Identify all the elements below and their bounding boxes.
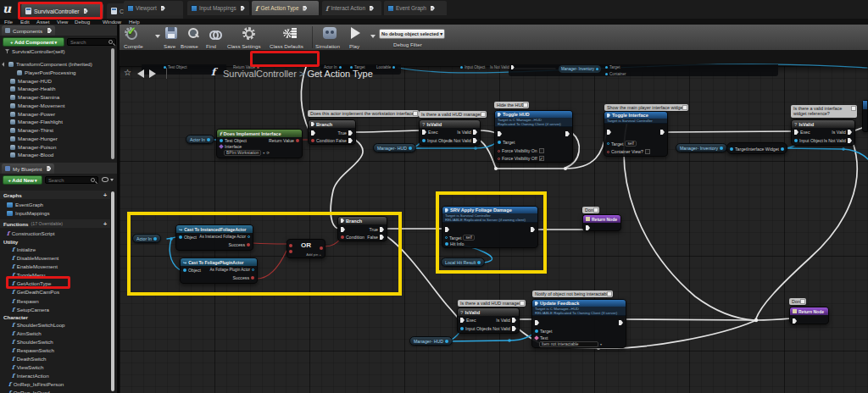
tab-viewport[interactable]: Viewport× — [124, 1, 183, 15]
blueprint-row-fn[interactable]: fRespawn — [12, 297, 39, 305]
compile-button[interactable]: ✓ — [124, 26, 138, 40]
blueprint-row-fn[interactable]: fShoulderSwitch — [12, 338, 53, 346]
blueprint-row-fn[interactable]: fOnRep_IsQuad — [8, 389, 50, 393]
graph-icon — [7, 211, 13, 216]
node-isvalid[interactable]: ?IsValid Exec Is Valid Input Object Is N… — [419, 119, 481, 146]
debug-object-select[interactable]: No debug object selected ▾ — [379, 29, 445, 39]
node-toggle-interface[interactable]: Toggle Interface Target is Survival Cont… — [604, 111, 668, 157]
component-row[interactable]: Manager-HUD — [10, 77, 52, 85]
blueprint-row-fn[interactable]: fOnRep_IsFirstPerson — [8, 380, 64, 388]
breadcrumb[interactable]: SurvivalController > Get Action Type — [223, 69, 373, 79]
component-row[interactable]: Manager-Flashlight — [10, 118, 63, 125]
node-return[interactable]: Return Node — [789, 307, 829, 324]
node-toggle-hud[interactable]: Toggle HUD Target is C Manager--HUD Repl… — [494, 110, 573, 163]
component-row[interactable]: Manager-Thirst — [10, 126, 53, 134]
function-icon: f — [8, 381, 11, 388]
tab-interact-action[interactable]: fInteract Action× — [322, 1, 381, 15]
character-category[interactable]: Character — [3, 313, 28, 321]
graphs-section[interactable]: Graphs+ — [0, 191, 110, 199]
back-arrow-icon[interactable] — [137, 69, 144, 78]
blueprint-row-inputmappings[interactable]: InputMappings — [7, 209, 50, 217]
tab-event-graph[interactable]: Event Graph× — [384, 1, 447, 15]
close-icon[interactable]: × — [47, 166, 51, 171]
component-row[interactable]: SurvivalController(self) — [5, 47, 65, 55]
blueprint-row-fn[interactable]: fRespawnSwitch — [12, 346, 54, 354]
blueprint-row-fn[interactable]: fShoulderSwitchLoop — [12, 321, 65, 329]
blueprint-row-fn[interactable]: fInteractAction — [12, 372, 49, 379]
myblueprint-panel-tab[interactable]: My Blueprint × — [2, 163, 54, 174]
simulation-button[interactable] — [323, 27, 337, 39]
filter-eye-icon[interactable] — [102, 177, 108, 182]
component-row[interactable]: Manager-Blood — [10, 151, 53, 158]
tab-input-mappings[interactable]: Input Mappings× — [187, 1, 249, 15]
node-isvalid[interactable]: ?IsValid Exec Is Valid Input Object Is N… — [791, 119, 855, 146]
component-icon — [10, 86, 15, 91]
browse-button[interactable] — [187, 27, 199, 39]
class-settings-button[interactable] — [242, 27, 255, 40]
component-row[interactable]: Manager-Power — [10, 110, 55, 118]
myblueprint-search-input[interactable]: Search — [45, 176, 98, 184]
comment-bubble: Done. — [789, 298, 806, 305]
function-icon: f — [12, 322, 14, 329]
blueprint-row-fn[interactable]: fEnableMovement — [12, 263, 58, 270]
add-graph-button[interactable]: + — [103, 192, 107, 198]
menu-asset[interactable]: Asset — [36, 19, 49, 25]
blueprint-row-fn[interactable]: fDeathSwitch — [12, 355, 47, 363]
component-row[interactable]: Manager-Hunger — [10, 135, 58, 142]
components-scrollbar[interactable] — [111, 48, 114, 159]
component-row[interactable]: Manager-Poison — [10, 143, 56, 151]
blueprint-row-eventgraph[interactable]: EventGraph — [7, 201, 43, 208]
blueprint-row-fn[interactable]: fAimSwitch — [12, 329, 42, 337]
annotation-yellow-box-srv — [436, 191, 547, 274]
blueprint-row-fn[interactable]: fGetDeathCamPos — [12, 288, 59, 296]
node-isvalid[interactable]: ?IsValid Exec Is Valid Input Object Is N… — [457, 307, 520, 334]
chevron-down-icon[interactable] — [110, 179, 114, 181]
components-search-input[interactable]: Search — [67, 38, 116, 46]
play-button[interactable] — [351, 27, 360, 39]
menu-help[interactable]: Help — [129, 19, 140, 25]
myblueprint-scrollbar[interactable] — [111, 191, 114, 391]
expander-icon[interactable] — [2, 62, 7, 67]
utility-category[interactable]: Utility — [3, 238, 18, 246]
node-update-feedback[interactable]: Update Feedback Target is C Manager--HUD… — [531, 299, 626, 348]
functions-section[interactable]: Functions(17 Overridable)+ — [0, 219, 110, 228]
play-options-caret[interactable] — [370, 35, 376, 38]
component-row[interactable]: TransformComponent (Inherited) — [3, 60, 92, 68]
blueprint-row-fn[interactable]: fViewSwitch — [12, 363, 43, 371]
blueprint-row-fn[interactable]: fInitialize — [12, 246, 36, 253]
compile-options-caret[interactable] — [155, 35, 160, 38]
add-component-button[interactable]: + Add Component▾ — [3, 37, 64, 47]
annotation-yellow-box-casts — [127, 212, 402, 296]
pill-manager-hud[interactable]: Manager- HUD — [373, 143, 416, 152]
component-row[interactable]: Manager-Health — [10, 85, 55, 92]
node-return[interactable]: Return Node — [582, 214, 621, 231]
component-row[interactable]: PlayerPostProcessing — [17, 69, 76, 76]
node-does-implement-interface[interactable]: fDoes Implement Interface Test Object Re… — [216, 129, 303, 158]
node-get-interface-widget[interactable]: Target Interface Widget — [726, 142, 787, 154]
tab-get-action-type[interactable]: fGet Action Type× — [252, 1, 319, 15]
save-button[interactable] — [165, 27, 177, 39]
pill-manager-hud[interactable]: Manager- HUD — [409, 336, 453, 346]
forward-arrow-icon[interactable] — [149, 69, 156, 78]
menu-view[interactable]: View — [57, 19, 68, 25]
find-button[interactable] — [209, 28, 222, 39]
favorite-star-icon[interactable]: ☆ — [124, 68, 131, 77]
add-new-button[interactable]: + Add New▾ — [3, 175, 42, 185]
blueprint-row-fn[interactable]: fSetupCamera — [12, 306, 49, 313]
blueprint-row-constructionscript[interactable]: fConstructionScript — [7, 230, 54, 237]
blueprint-row-fn[interactable]: fDisableMovement — [12, 254, 58, 262]
menu-file[interactable]: File — [4, 19, 13, 25]
component-row[interactable]: Manager-Movement — [10, 102, 64, 109]
menu-debug[interactable]: Debug — [75, 19, 90, 25]
node-cut-off[interactable] — [862, 100, 868, 132]
menu-edit[interactable]: Edit — [20, 19, 30, 25]
components-panel-tab[interactable]: Components × — [2, 25, 55, 36]
component-row[interactable]: Manager-Stamina — [10, 93, 59, 101]
close-icon[interactable]: × — [47, 28, 52, 33]
node-branch[interactable]: Branch True Condition False — [308, 119, 356, 145]
add-function-button[interactable]: + — [103, 221, 107, 227]
class-defaults-button[interactable] — [283, 27, 297, 40]
pill-actor-in[interactable]: Actor In — [186, 135, 214, 144]
menu-window[interactable]: Window — [103, 19, 121, 25]
pill-manager-inventory[interactable]: Manager- Inventory — [676, 143, 727, 152]
